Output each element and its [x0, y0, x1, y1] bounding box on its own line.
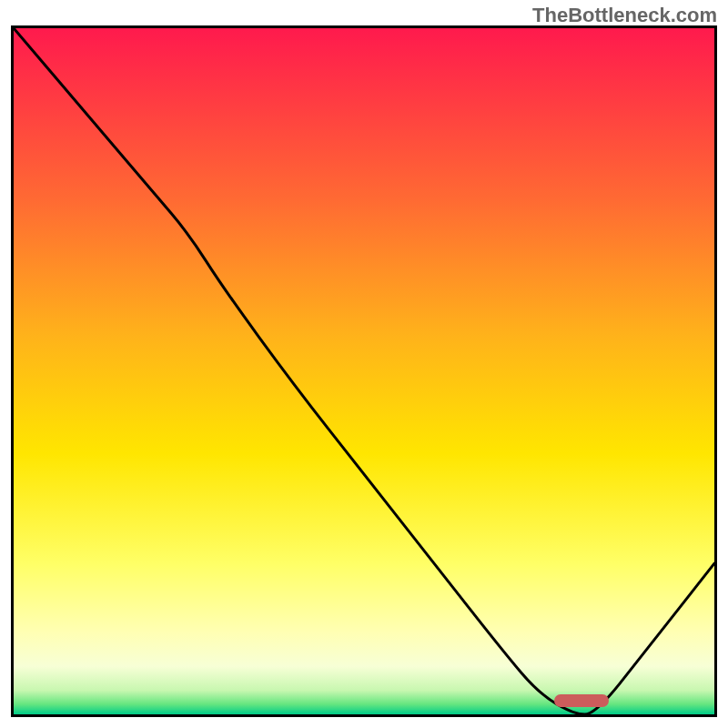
bottleneck-curve [14, 28, 714, 714]
optimal-marker-pill [554, 694, 609, 707]
attribution-text: TheBottleneck.com [532, 4, 717, 27]
chart-frame [11, 25, 717, 717]
